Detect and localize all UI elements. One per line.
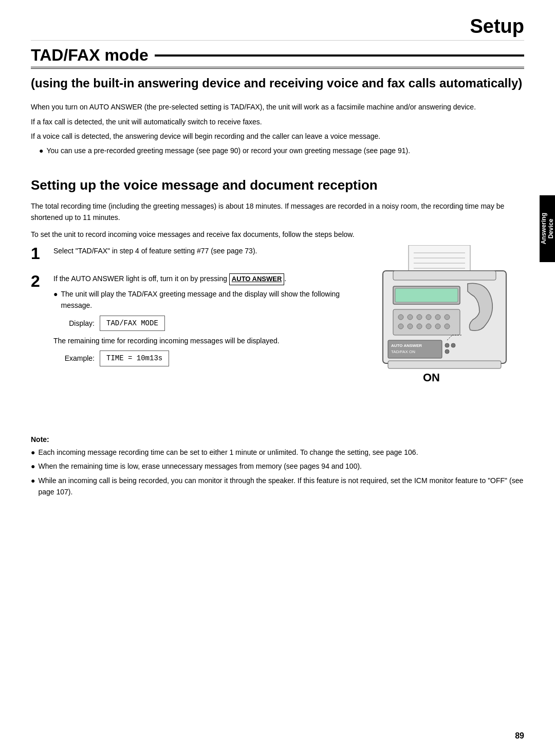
svg-point-18 (417, 324, 422, 329)
example-row: Example: TIME = 10m13s (59, 351, 349, 366)
step-2-text-part2: . (284, 274, 286, 283)
section2-intro2: To set the unit to record incoming voice… (31, 229, 524, 240)
section1-title: TAD/FAX mode (31, 46, 149, 65)
fax-machine-svg: AUTO ANSWER TAD/FAX ON ON (367, 245, 516, 410)
note-bullet-2: When the remaining time is low, erase un… (31, 460, 524, 472)
step-2-text-part1: If the AUTO ANSWER light is off, turn it… (53, 274, 229, 283)
fax-illustration-area: AUTO ANSWER TAD/FAX ON ON (360, 245, 524, 410)
svg-point-20 (435, 324, 440, 329)
svg-point-16 (398, 324, 403, 329)
svg-point-13 (426, 315, 431, 320)
example-value: TIME = 10m13s (100, 351, 169, 366)
step-2-sub-bullet-text: The unit will play the TAD/FAX greeting … (61, 288, 349, 311)
intro-para-2: If a fax call is detected, the unit will… (31, 116, 524, 127)
svg-point-14 (435, 315, 440, 320)
note-bullet-2-text: When the remaining time is low, erase un… (38, 460, 362, 472)
note-bullet-1-text: Each incoming message recording time can… (38, 447, 418, 458)
header: Setup (31, 15, 524, 41)
step-2-content: If the AUTO ANSWER light is off, turn it… (53, 273, 349, 371)
note-bullet-3-text: While an incoming call is being recorded… (38, 475, 524, 498)
section2-intro1: The total recording time (including the … (31, 200, 524, 224)
note-section: Note: Each incoming message recording ti… (31, 435, 524, 498)
svg-text:AUTO ANSWER: AUTO ANSWER (391, 343, 422, 348)
svg-point-12 (417, 315, 422, 320)
svg-point-21 (445, 324, 450, 329)
steps-left: 1 Select "TAD/FAX" in step 4 of feature … (31, 245, 349, 410)
note-bullet-1: Each incoming message recording time can… (31, 447, 524, 458)
page-container: Setup TAD/FAX mode (using the built-in a… (0, 0, 555, 756)
step-1-text: Select "TAD/FAX" in step 4 of feature se… (53, 247, 257, 255)
intro-para-3: If a voice call is detected, the answeri… (31, 131, 524, 142)
step-1-content: Select "TAD/FAX" in step 4 of feature se… (53, 245, 349, 256)
section1-subtitle: (using the built-in answering device and… (31, 75, 524, 91)
svg-point-26 (445, 343, 449, 347)
svg-point-28 (445, 349, 449, 354)
svg-point-11 (408, 315, 413, 320)
step-1: 1 Select "TAD/FAX" in step 4 of feature … (31, 245, 349, 262)
svg-rect-22 (388, 361, 501, 368)
svg-point-17 (408, 324, 413, 329)
svg-point-15 (445, 315, 450, 320)
step-2-number: 2 (31, 273, 49, 289)
svg-point-19 (426, 324, 431, 329)
note-bullet-3: While an incoming call is being recorded… (31, 475, 524, 498)
svg-rect-8 (395, 288, 458, 302)
example-label: Example: (59, 353, 95, 364)
auto-answer-button[interactable]: AUTO ANSWER (229, 273, 285, 285)
fax-machine-image: AUTO ANSWER TAD/FAX ON ON (367, 245, 516, 410)
display-row: Display: TAD/FAX MODE (59, 316, 349, 331)
intro-para-1: When you turn on AUTO ANSWER (the pre-se… (31, 101, 524, 113)
svg-rect-9 (393, 309, 460, 335)
svg-point-10 (398, 315, 403, 320)
note-label: Note: (31, 435, 524, 444)
svg-text:ON: ON (423, 371, 440, 384)
step-2: 2 If the AUTO ANSWER light is off, turn … (31, 273, 349, 371)
section1-bullet-text: You can use a pre-recorded greeting mess… (46, 145, 410, 156)
display-value: TAD/FAX MODE (100, 316, 165, 331)
section1-title-block: TAD/FAX mode (31, 46, 524, 69)
display-label: Display: (59, 318, 95, 329)
step-1-number: 1 (31, 245, 49, 262)
steps-area: 1 Select "TAD/FAX" in step 4 of feature … (31, 245, 524, 410)
section1-bullet: You can use a pre-recorded greeting mess… (39, 145, 524, 156)
page-number: 89 (515, 731, 524, 741)
step-2-sub-bullet: The unit will play the TAD/FAX greeting … (53, 288, 349, 311)
side-tab-text: Answering Device (540, 213, 555, 244)
title-decorator (155, 54, 524, 57)
svg-text:TAD/FAX ON: TAD/FAX ON (391, 349, 415, 354)
header-title: Setup (470, 15, 524, 37)
svg-rect-6 (393, 271, 496, 280)
step-2-note: The remaining time for recording incomin… (53, 335, 349, 346)
side-tab: Answering Device (540, 195, 555, 262)
svg-point-27 (451, 343, 455, 347)
section2-title: Setting up the voice message and documen… (31, 177, 524, 193)
